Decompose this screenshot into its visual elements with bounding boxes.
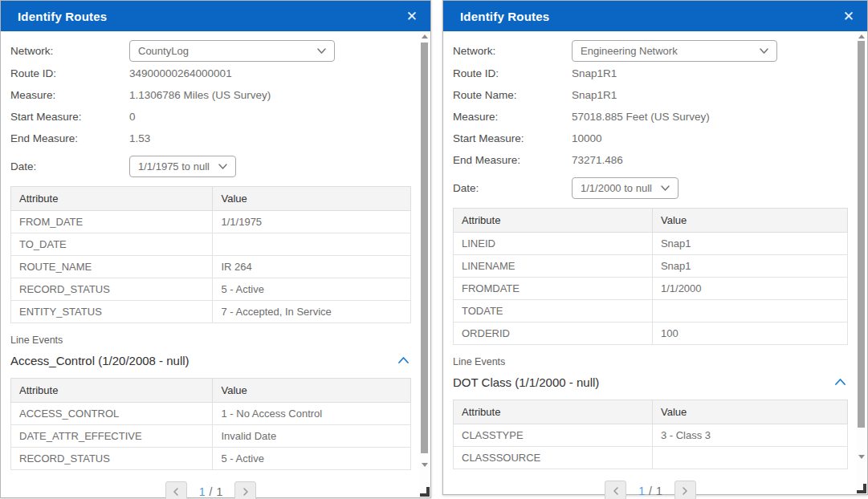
collapse-toggle[interactable] (833, 373, 848, 391)
line-event-group-title: Access_Control (1/20/2008 - null) (10, 354, 189, 367)
field-value: 0 (129, 111, 136, 123)
field-label: Network: (453, 45, 572, 57)
attribute-cell: FROM_DATE (11, 211, 213, 233)
prev-page-button[interactable] (605, 481, 626, 499)
form-row: Start Measure:0 (10, 106, 411, 128)
table-row: FROMDATE1/1/2000 (454, 278, 848, 300)
panel-header: Identify Routes✕ (1, 1, 430, 31)
page-separator: / (649, 485, 652, 497)
next-page-button[interactable] (674, 481, 696, 499)
form-row: End Measure:1.53 (10, 128, 411, 149)
value-cell (652, 447, 847, 469)
table-row: ENTITY_STATUS7 - Accepted, In Service (11, 301, 411, 323)
table-row: DATE_ATTR_EFFECTIVEInvalid Date (11, 425, 411, 448)
date-select[interactable]: 1/1/2000 to null (572, 177, 679, 199)
pagination: 1/1 (453, 481, 848, 499)
form-row: Route ID:Snap1R1 (453, 63, 848, 84)
attribute-cell: CLASSSOURCE (454, 447, 653, 469)
table-row: RECORD_STATUS5 - Active (11, 278, 411, 301)
identify-routes-panel: Identify Routes✕Network:Engineering Netw… (442, 0, 868, 495)
form-row: Route Name:Snap1R1 (453, 84, 848, 106)
attribute-cell: TO_DATE (11, 233, 213, 256)
table-row: TODATE (454, 300, 848, 323)
line-event-attribute-table: AttributeValueACCESS_CONTROL1 - No Acces… (10, 378, 411, 470)
value-cell (652, 300, 847, 323)
chevron-down-icon (660, 181, 670, 195)
form-row: Date:1/1/2000 to null (453, 176, 848, 200)
value-cell: 1 - No Access Control (213, 403, 411, 425)
workspace: Identify Routes✕Network:CountyLogRoute I… (0, 0, 868, 499)
route-attribute-table: AttributeValueFROM_DATE1/1/1975TO_DATERO… (10, 186, 411, 323)
value-cell: Snap1 (652, 233, 847, 255)
column-header: Value (213, 187, 411, 211)
panel-body: Network:Engineering NetworkRoute ID:Snap… (443, 31, 867, 499)
table-row: ROUTE_NAMEIR 264 (11, 256, 411, 278)
panel-header: Identify Routes✕ (443, 1, 867, 31)
field-label: Date: (10, 160, 129, 172)
form-row: Route ID:34900000264000001 (10, 63, 411, 84)
column-header: Value (652, 400, 847, 424)
form-row: Date:1/1/1975 to null (10, 154, 411, 178)
table-row: CLASSTYPE3 - Class 3 (454, 424, 848, 447)
prev-page-button[interactable] (165, 481, 187, 499)
attribute-cell: DATE_ATTR_EFFECTIVE (11, 425, 213, 448)
field-value: 73271.486 (572, 154, 623, 166)
collapse-toggle[interactable] (396, 351, 411, 369)
resize-handle[interactable] (418, 485, 430, 497)
current-page-number: 1 (199, 485, 206, 498)
field-label: End Measure: (453, 154, 572, 166)
scroll-down-arrow-icon[interactable] (858, 455, 865, 459)
close-icon[interactable]: ✕ (406, 10, 418, 23)
vertical-scrollbar (857, 32, 866, 491)
scrollbar-thumb[interactable] (421, 43, 428, 453)
field-value: Snap1R1 (572, 67, 617, 79)
scroll-down-arrow-icon[interactable] (422, 463, 428, 467)
form-row: Measure:57018.885 Feet (US Survey) (453, 106, 848, 128)
pagination: 1/1 (10, 481, 411, 499)
resize-handle[interactable] (855, 482, 866, 493)
scrollbar-thumb[interactable] (858, 41, 865, 428)
line-events-label: Line Events (10, 335, 411, 346)
identify-routes-panel: Identify Routes✕Network:CountyLogRoute I… (0, 0, 431, 498)
table-row: TO_DATE (11, 233, 411, 256)
form-row: Network:Engineering Network (453, 39, 848, 63)
selected-option-label: 1/1/1975 to null (138, 160, 210, 172)
value-cell (213, 233, 411, 256)
network-select[interactable]: CountyLog (129, 40, 335, 62)
panel-title: Identify Routes (460, 10, 549, 23)
selected-option-label: 1/1/2000 to null (581, 182, 652, 194)
next-page-button[interactable] (234, 481, 256, 499)
attribute-cell: TODATE (454, 300, 653, 323)
value-cell: 5 - Active (213, 278, 411, 301)
field-label: End Measure: (10, 132, 129, 144)
field-label: Network: (10, 45, 129, 57)
table-row: ORDERID100 (454, 323, 848, 345)
value-cell: 5 - Active (213, 448, 411, 470)
chevron-up-icon (397, 353, 410, 367)
field-label: Route ID: (10, 67, 129, 79)
column-header: Attribute (454, 400, 653, 424)
attribute-cell: RECORD_STATUS (11, 448, 213, 470)
table-header-row: AttributeValue (454, 209, 848, 233)
network-select[interactable]: Engineering Network (572, 40, 777, 62)
attribute-cell: RECORD_STATUS (11, 278, 213, 301)
close-icon[interactable]: ✕ (843, 10, 854, 23)
field-value: 34900000264000001 (129, 67, 232, 79)
line-event-group-title: DOT Class (1/1/2000 - null) (453, 375, 599, 389)
field-value: Snap1R1 (572, 89, 617, 101)
field-label: Measure: (453, 111, 572, 123)
value-cell: 1/1/1975 (213, 211, 411, 233)
scroll-up-arrow-icon[interactable] (422, 34, 428, 39)
table-header-row: AttributeValue (454, 400, 848, 424)
form-row: Start Measure:10000 (453, 128, 848, 149)
date-select[interactable]: 1/1/1975 to null (129, 156, 236, 177)
scroll-up-arrow-icon[interactable] (858, 34, 865, 39)
table-header-row: AttributeValue (11, 187, 411, 211)
value-cell: Invalid Date (213, 425, 411, 448)
attribute-cell: ENTITY_STATUS (11, 301, 213, 323)
table-row: ACCESS_CONTROL1 - No Access Control (11, 403, 411, 425)
table-row: CLASSSOURCE (454, 447, 848, 469)
selected-option-label: Engineering Network (581, 45, 678, 57)
current-page-number: 1 (638, 485, 645, 497)
vertical-scrollbar (420, 32, 429, 494)
